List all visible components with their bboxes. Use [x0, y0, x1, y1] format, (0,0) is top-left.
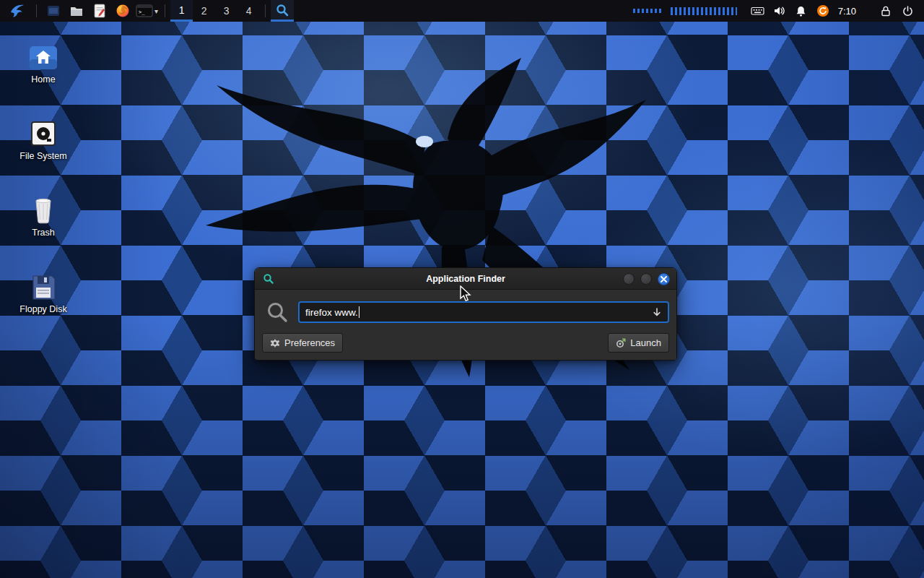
search-icon: [266, 301, 288, 323]
panel-left: >_ ▾ 1 2 3 4: [0, 0, 294, 22]
dropdown-arrow-icon[interactable]: [652, 307, 662, 317]
app-finder-taskbar-icon: [275, 3, 289, 17]
keyboard-indicator-icon[interactable]: [749, 0, 767, 22]
visualizer-bars-right: [671, 7, 737, 15]
updates-badge-icon[interactable]: [814, 0, 832, 22]
home-folder-icon: [9, 40, 78, 71]
workspace-4[interactable]: 4: [237, 0, 260, 22]
desktop-icon-label: Trash: [9, 228, 78, 238]
desktop-icon-home[interactable]: Home: [9, 40, 78, 85]
floppy-disk-icon: [9, 270, 78, 301]
launcher-files-icon[interactable]: [44, 0, 63, 22]
notifications-bell-icon[interactable]: [793, 0, 810, 22]
workspace-3[interactable]: 3: [215, 0, 237, 22]
launcher-terminal[interactable]: >_ ▾: [136, 4, 158, 18]
close-icon: [661, 276, 667, 282]
file-system-drive-icon: [9, 117, 78, 147]
dialog-body: firefox www. Preferences: [255, 290, 676, 360]
trash-icon: [9, 194, 78, 224]
chevron-down-icon[interactable]: ▾: [154, 7, 158, 15]
desktop-icon-label: Floppy Disk: [9, 304, 78, 314]
search-input[interactable]: firefox www.: [298, 301, 669, 323]
lock-screen-icon[interactable]: [877, 0, 894, 22]
clock[interactable]: 7:10: [838, 6, 856, 17]
top-panel: >_ ▾ 1 2 3 4: [0, 0, 924, 22]
launch-button-label: Launch: [630, 337, 661, 348]
visualizer-bars-left: [633, 9, 663, 13]
power-logout-icon[interactable]: [899, 0, 916, 22]
launch-button[interactable]: Launch: [608, 333, 669, 353]
titlebar[interactable]: Application Finder: [255, 268, 676, 290]
panel-separator: [265, 4, 266, 17]
gear-icon: [270, 338, 280, 348]
svg-text:>_: >_: [139, 9, 145, 15]
panel-right: 7:10: [633, 0, 924, 22]
window-title: Application Finder: [255, 274, 676, 284]
desktop: >_ ▾ 1 2 3 4: [0, 0, 924, 578]
desktop-icon-label: File System: [9, 151, 78, 161]
desktop-icon-file-system[interactable]: File System: [9, 117, 78, 161]
panel-separator: [36, 4, 37, 17]
kali-logo-icon: [9, 2, 26, 20]
workspace-switcher: 1 2 3 4: [170, 0, 260, 22]
launcher-text-editor-icon[interactable]: [90, 0, 109, 22]
workspace-1[interactable]: 1: [170, 0, 193, 22]
launcher-firefox-icon[interactable]: [113, 0, 132, 22]
launcher-file-manager-icon[interactable]: [67, 0, 86, 22]
close-button[interactable]: [658, 273, 670, 285]
preferences-button-label: Preferences: [284, 337, 335, 348]
text-caret: [359, 306, 359, 318]
app-finder-title-icon: [263, 273, 274, 288]
minimize-button[interactable]: [623, 273, 635, 285]
application-finder-window: Application Finder: [254, 267, 677, 361]
volume-icon[interactable]: [771, 0, 788, 22]
terminal-icon: >_: [136, 4, 153, 18]
launch-icon: [616, 338, 626, 348]
panel-separator: [165, 4, 165, 17]
window-buttons: [623, 268, 670, 290]
preferences-button[interactable]: Preferences: [262, 333, 343, 353]
workspace-2[interactable]: 2: [193, 0, 215, 22]
task-application-finder[interactable]: [271, 0, 294, 22]
maximize-button[interactable]: [640, 273, 652, 285]
desktop-icon-trash[interactable]: Trash: [9, 194, 78, 238]
kali-menu-button[interactable]: [6, 0, 29, 22]
audio-visualizer: [633, 7, 737, 15]
desktop-icon-label: Home: [9, 74, 78, 85]
desktop-icon-floppy-disk[interactable]: Floppy Disk: [9, 270, 78, 314]
search-input-value: firefox www.: [305, 307, 358, 318]
